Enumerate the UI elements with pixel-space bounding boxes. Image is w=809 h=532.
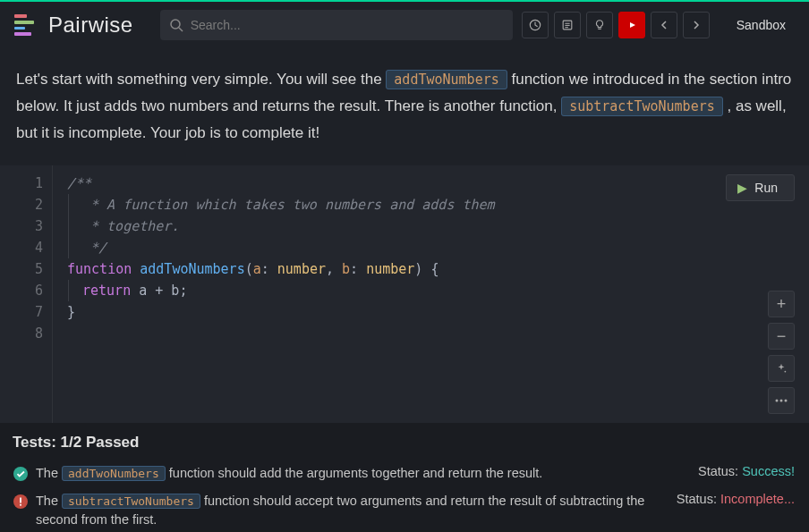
svg-point-9 <box>785 371 787 373</box>
more-button[interactable] <box>768 387 795 414</box>
line-gutter: 12345678 <box>0 165 52 423</box>
code-reference: addTwoNumbers <box>386 70 507 89</box>
app-header: Pairwise Sandbox <box>0 2 809 48</box>
instr-seg: Let's start with something very simple. … <box>16 71 386 88</box>
test-row: The addTwoNumbers function should add th… <box>13 460 795 488</box>
hint-icon[interactable] <box>586 12 613 38</box>
code-token: * A function which takes two numbers and… <box>68 194 495 215</box>
editor-side-controls: + − <box>768 291 795 414</box>
tests-panel: Tests: 1/2 Passed The addTwoNumbers func… <box>0 423 809 532</box>
code-reference: subtractTwoNumbers <box>561 97 723 116</box>
test-status: Status: Success! <box>698 464 795 478</box>
search-box[interactable] <box>160 10 513 40</box>
svg-rect-15 <box>20 498 21 503</box>
code-editor[interactable]: 12345678 /** * A function which takes tw… <box>0 165 809 423</box>
code-token: a + b <box>139 283 179 299</box>
code-token: number <box>366 261 414 277</box>
test-description: The addTwoNumbers function should add th… <box>36 464 680 483</box>
prev-icon[interactable] <box>651 12 677 38</box>
search-icon <box>169 18 183 32</box>
code-token: /** <box>67 175 91 191</box>
header-toolbar <box>522 12 710 38</box>
code-body[interactable]: /** * A function which takes two numbers… <box>52 165 809 423</box>
svg-point-13 <box>13 467 28 481</box>
svg-point-0 <box>171 20 180 29</box>
svg-point-12 <box>785 400 788 402</box>
tests-header: Tests: 1/2 Passed <box>13 434 795 452</box>
test-status: Status: Incomplete... <box>677 492 795 506</box>
youtube-icon[interactable] <box>618 12 645 38</box>
run-button[interactable]: ▶ Run <box>726 174 795 201</box>
code-reference: subtractTwoNumbers <box>62 494 200 509</box>
sandbox-button[interactable]: Sandbox <box>724 13 798 38</box>
code-token: a <box>253 261 261 277</box>
code-token: * together. <box>68 215 179 237</box>
instructions-text: Let's start with something very simple. … <box>0 48 809 165</box>
history-icon[interactable] <box>522 12 549 38</box>
brand-name: Pairwise <box>48 13 133 38</box>
svg-marker-8 <box>630 22 635 28</box>
code-token: number <box>277 261 326 277</box>
code-token: */ <box>68 237 106 258</box>
run-label: Run <box>754 181 778 195</box>
svg-line-1 <box>179 28 183 31</box>
logo-icon <box>11 11 39 39</box>
code-token: addTwoNumbers <box>140 261 244 277</box>
document-icon[interactable] <box>554 12 581 38</box>
svg-point-10 <box>776 400 779 402</box>
check-circle-icon <box>13 466 29 485</box>
code-token: function <box>67 261 132 277</box>
test-description: The subtractTwoNumbers function should a… <box>36 492 659 529</box>
code-reference: addTwoNumbers <box>62 466 166 481</box>
svg-point-11 <box>780 400 783 402</box>
code-token: return <box>82 283 131 299</box>
sparkle-button[interactable] <box>768 355 795 382</box>
zoom-out-button[interactable]: − <box>768 323 795 350</box>
search-input[interactable] <box>191 18 504 32</box>
test-row: The subtractTwoNumbers function should a… <box>13 488 795 532</box>
code-token: } <box>67 304 75 320</box>
code-token: b <box>342 261 350 277</box>
zoom-in-button[interactable]: + <box>768 291 795 317</box>
next-icon[interactable] <box>683 12 710 38</box>
svg-rect-16 <box>20 504 21 506</box>
play-icon: ▶ <box>737 181 747 195</box>
error-circle-icon <box>13 494 29 512</box>
